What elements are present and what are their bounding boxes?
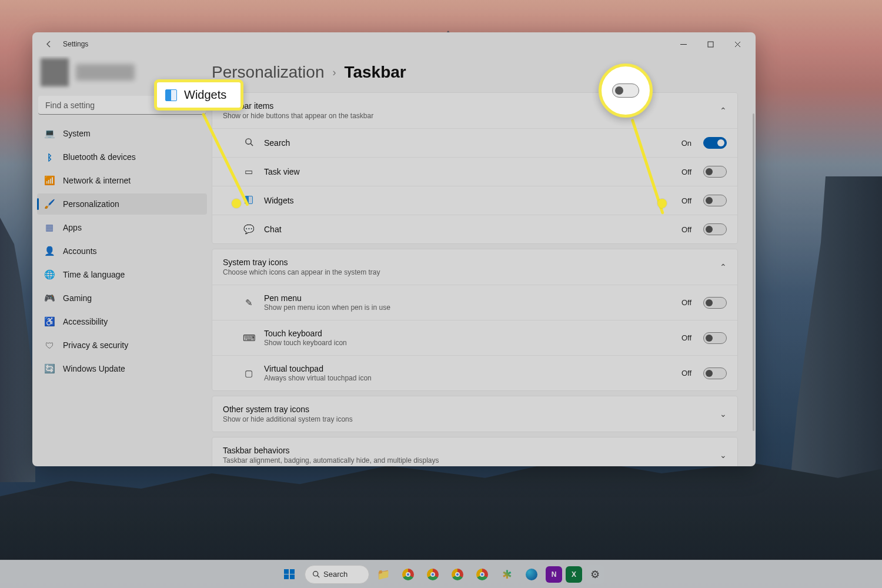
pen-icon: ✎	[243, 298, 255, 308]
windowsupdate-icon: 🔄	[44, 363, 55, 374]
breadcrumb-current: Taskbar	[344, 63, 406, 82]
sidebar-item-personalization[interactable]: 🖌️Personalization	[37, 193, 207, 215]
row-search: Search On	[212, 128, 737, 157]
toggle-state: Off	[681, 369, 691, 377]
sidebar-item-bluetooth[interactable]: ᛒBluetooth & devices	[37, 146, 207, 168]
svg-point-3	[313, 572, 318, 576]
scrollbar[interactable]	[753, 113, 754, 431]
row-label: Pen menu	[264, 293, 672, 303]
sidebar-item-windowsupdate[interactable]: 🔄Windows Update	[37, 358, 207, 379]
section-header-taskbar-items[interactable]: Taskbar items Show or hide buttons that …	[212, 93, 737, 128]
annotation-toggle-circle	[599, 64, 653, 118]
sidebar-item-label: System	[63, 129, 91, 138]
close-button[interactable]	[724, 32, 751, 56]
accounts-icon: 👤	[44, 246, 55, 256]
sidebar-nav: 💻System ᛒBluetooth & devices 📶Network & …	[37, 123, 207, 379]
section-subtitle: Choose which icons can appear in the sys…	[223, 268, 720, 276]
row-label: Virtual touchpad	[264, 364, 672, 373]
toggle-state: Off	[681, 225, 691, 234]
avatar	[41, 58, 69, 86]
taskbar-app-excel[interactable]: X	[566, 566, 582, 583]
sidebar-item-network[interactable]: 📶Network & internet	[37, 170, 207, 191]
row-sub: Show pen menu icon when pen is in use	[264, 303, 672, 312]
privacy-icon: 🛡	[44, 340, 55, 350]
windows-logo-icon	[284, 569, 295, 580]
sidebar-item-accounts[interactable]: 👤Accounts	[37, 240, 207, 262]
toggle-state: Off	[681, 196, 691, 205]
row-pen-menu: ✎ Pen menuShow pen menu icon when pen is…	[212, 285, 737, 320]
chevron-up-icon: ⌃	[720, 106, 727, 115]
annotation-widgets-label: Widgets	[154, 79, 243, 111]
sidebar-item-privacy[interactable]: 🛡Privacy & security	[37, 335, 207, 356]
sidebar-item-label: Network & internet	[63, 176, 131, 185]
taskbar-app-edge[interactable]	[521, 564, 542, 585]
section-subtitle: Taskbar alignment, badging, automaticall…	[223, 456, 720, 465]
taskbar-search[interactable]: Search	[305, 565, 369, 584]
profile-name-blurred	[76, 64, 135, 81]
taskbar-app-onenote[interactable]: N	[546, 566, 562, 583]
section-title: Taskbar behaviors	[223, 446, 720, 455]
toggle-virtual-touchpad[interactable]	[703, 368, 727, 379]
section-header-other-tray[interactable]: Other system tray icons Show or hide add…	[212, 396, 737, 432]
row-sub: Always show virtual touchpad icon	[264, 374, 672, 382]
toggle-touch-keyboard[interactable]	[703, 332, 727, 344]
chevron-down-icon: ⌄	[720, 450, 727, 460]
network-icon: 📶	[44, 175, 55, 186]
taskbar-app-chrome-4[interactable]	[472, 564, 493, 585]
toggle-state: Off	[681, 168, 691, 176]
row-label: Search	[264, 138, 672, 148]
sidebar-item-label: Personalization	[63, 199, 119, 209]
section-title: Other system tray icons	[223, 405, 720, 414]
toggle-state: Off	[681, 333, 691, 342]
titlebar: Settings	[32, 32, 756, 56]
section-header-behaviors[interactable]: Taskbar behaviors Taskbar alignment, bad…	[212, 437, 737, 466]
sidebar-item-label: Windows Update	[63, 364, 125, 373]
bluetooth-icon: ᛒ	[44, 152, 55, 162]
sidebar-item-label: Accounts	[63, 246, 97, 256]
taskview-icon: ▭	[243, 166, 255, 177]
sidebar-item-apps[interactable]: ▦Apps	[37, 217, 207, 238]
toggle-search[interactable]	[703, 137, 727, 149]
gaming-icon: 🎮	[44, 293, 55, 303]
accessibility-icon: ♿	[44, 316, 55, 327]
sidebar-item-label: Bluetooth & devices	[63, 152, 136, 162]
sidebar-item-gaming[interactable]: 🎮Gaming	[37, 288, 207, 309]
taskbar-search-label: Search	[323, 570, 348, 579]
widgets-icon	[165, 89, 177, 101]
taskbar-app-chrome-3[interactable]	[447, 564, 468, 585]
annotation-lead-dot	[232, 199, 241, 208]
minimize-button[interactable]	[670, 32, 697, 56]
section-subtitle: Show or hide buttons that appear on the …	[223, 112, 720, 120]
row-label: Task view	[264, 167, 672, 176]
toggle-pen-menu[interactable]	[703, 297, 727, 309]
toggle-taskview[interactable]	[703, 166, 727, 178]
row-label: Touch keyboard	[264, 329, 672, 338]
time-icon: 🌐	[44, 269, 55, 280]
taskbar-app-settings[interactable]: ⚙	[586, 565, 604, 584]
taskbar-app-slack[interactable]: ✱	[496, 564, 517, 585]
search-icon	[243, 138, 255, 148]
sidebar-item-system[interactable]: 💻System	[37, 123, 207, 144]
personalization-icon: 🖌️	[44, 199, 55, 209]
svg-point-2	[245, 139, 250, 144]
sidebar-item-accessibility[interactable]: ♿Accessibility	[37, 311, 207, 332]
start-button[interactable]	[278, 563, 301, 586]
maximize-button[interactable]	[697, 32, 724, 56]
sidebar-item-label: Time & language	[63, 270, 125, 279]
section-header-system-tray[interactable]: System tray icons Choose which icons can…	[212, 249, 737, 285]
sidebar-item-label: Apps	[63, 223, 82, 232]
taskbar-app-chrome[interactable]	[397, 564, 419, 585]
row-label: Widgets	[264, 196, 672, 205]
section-subtitle: Show or hide additional system tray icon…	[223, 415, 720, 423]
toggle-widgets[interactable]	[703, 195, 727, 206]
section-taskbar-items: Taskbar items Show or hide buttons that …	[212, 92, 738, 244]
apps-icon: ▦	[44, 222, 55, 233]
section-other-tray: Other system tray icons Show or hide add…	[212, 396, 738, 432]
touchpad-icon: ▢	[243, 368, 255, 379]
breadcrumb: Personalization › Taskbar	[212, 63, 738, 82]
toggle-chat[interactable]	[703, 223, 727, 235]
taskbar-app-explorer[interactable]: 📁	[373, 564, 394, 585]
back-button[interactable]	[37, 32, 61, 56]
sidebar-item-time[interactable]: 🌐Time & language	[37, 264, 207, 285]
taskbar-app-chrome-2[interactable]	[422, 564, 443, 585]
